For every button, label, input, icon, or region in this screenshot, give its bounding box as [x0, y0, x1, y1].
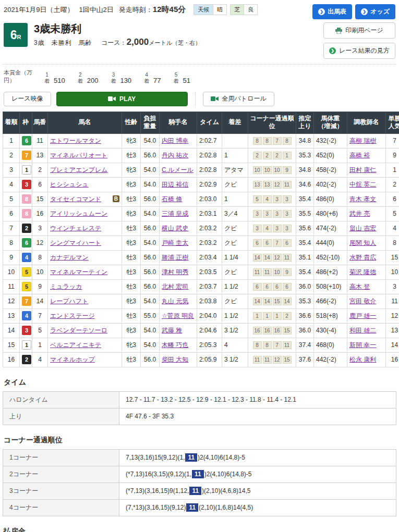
jockey-link[interactable]: 内田 博幸: [162, 137, 188, 144]
horse-link[interactable]: レープハフト: [50, 298, 88, 305]
trainer-link[interactable]: 高柳 瑞樹: [349, 137, 376, 144]
horse-link[interactable]: ラベンダーテソーロ: [50, 327, 107, 334]
margin-cell: [222, 133, 248, 148]
jockey-link[interactable]: 丹内 祐次: [162, 152, 188, 159]
trainer-link[interactable]: 青木 孝文: [349, 195, 376, 203]
result-row: 1611エトワールマタン牝354.0内田 博幸2:02.7887834.8432…: [3, 133, 399, 148]
trainer-cell: 高木 登: [347, 279, 386, 294]
result-row: 1435ラベンダーテソーロ牝354.0武藤 雅2:04.63 1/2161616…: [3, 323, 399, 338]
trainer-link[interactable]: 鹿戸 雄一: [349, 312, 376, 319]
horse-link[interactable]: タイセイコマンド: [50, 195, 101, 203]
trainer-link[interactable]: 高木 登: [349, 283, 370, 290]
play-button[interactable]: PLAY: [56, 92, 188, 106]
horse-link[interactable]: マイネルマーティン: [50, 268, 107, 276]
trainer-link[interactable]: 高橋 裕: [349, 152, 370, 159]
body-weight-cell: 402(-2): [314, 177, 347, 192]
horse-link[interactable]: プレミアエンブレム: [50, 166, 108, 174]
print-page-button[interactable]: 印刷用ページ: [323, 22, 395, 39]
trainer-link[interactable]: 中舘 英二: [349, 181, 376, 188]
jockey-link[interactable]: 横山 武史: [162, 225, 188, 232]
horse-link[interactable]: ミュラッカ: [50, 283, 82, 290]
jockey-link[interactable]: 田辺 裕信: [162, 181, 188, 188]
horse-link[interactable]: マイネルホップ: [50, 356, 95, 363]
corner-position-box: 15: [273, 298, 282, 305]
jockey-link[interactable]: 木幡 巧也: [162, 341, 188, 349]
result-guide-button[interactable]: ❯ レース結果の見方: [323, 43, 395, 59]
waku-badge: 2: [22, 355, 31, 364]
prize-place: 4着: [144, 72, 149, 84]
waku-cell: 7: [20, 294, 32, 308]
horse-link[interactable]: カナデルマン: [50, 254, 89, 261]
trainer-link[interactable]: 和田 雄二: [349, 327, 376, 334]
waku-badge: 6: [22, 238, 31, 248]
result-row: 1159ミュラッカ牡356.0北村 宏司2:03.71 1/2666636.05…: [3, 279, 399, 294]
last3f-cell: 37.4: [296, 338, 314, 352]
trainer-link[interactable]: 菊沢 隆徳: [349, 268, 376, 276]
trainer-link[interactable]: 武井 亮: [349, 210, 370, 217]
horse-link[interactable]: ヒシシュシュ: [50, 181, 89, 188]
horse-name-cell: アイリッシュムーン: [48, 206, 122, 221]
jockey-link[interactable]: 津村 明秀: [162, 268, 188, 276]
trainer-link[interactable]: 水野 貴広: [349, 254, 376, 261]
horse-link[interactable]: シングマイハート: [50, 239, 101, 246]
jockey-link[interactable]: 北村 宏司: [162, 283, 188, 290]
trainer-link[interactable]: 田村 康仁: [349, 166, 376, 174]
patrol-label: 全周パトロール: [222, 94, 267, 103]
waku-cell: 8: [20, 192, 32, 206]
horse-link[interactable]: マイネルパリオート: [50, 152, 107, 159]
jockey-link[interactable]: 武藤 雅: [162, 327, 182, 334]
corner-order-text: )2(4,10)6(14,8)-5: [198, 454, 245, 461]
time-cell: 2:03.1: [197, 206, 222, 221]
jockey-link[interactable]: 戸崎 圭太: [162, 239, 188, 246]
jockey-link[interactable]: ☆菅原 明良: [162, 312, 194, 319]
trainer-link[interactable]: 松永 康利: [349, 356, 376, 363]
corner-row-1: 1コーナー 7,13(3,16)15(9,12)(1,11)2(4,10)6(1…: [3, 449, 396, 466]
jockey-link[interactable]: 柴田 大知: [162, 356, 188, 363]
body-weight-cell: 480(+6): [314, 206, 347, 221]
results-body: 1611エトワールマタン牝354.0内田 博幸2:02.7887834.8432…: [3, 133, 399, 367]
corner-positions-cell: 1112: [248, 308, 296, 323]
start-time-value: 12時45分: [153, 5, 186, 14]
jockey-link[interactable]: 丸山 元気: [162, 298, 188, 305]
corner-label: 2コーナー: [3, 466, 119, 482]
trainer-link[interactable]: 新開 幸一: [349, 341, 376, 349]
prize-place: 1着: [44, 72, 50, 84]
horse-link[interactable]: ウインチェレステ: [50, 225, 101, 232]
corner-position-box: 13: [263, 181, 272, 189]
body-weight-cell: 444(0): [314, 236, 347, 250]
horse-number-cell: 4: [32, 352, 48, 367]
horse-link[interactable]: エンドステージ: [50, 312, 95, 319]
body-weight-cell: 432(-2): [314, 133, 347, 148]
horse-link[interactable]: ベルニアイニキテ: [50, 341, 101, 349]
trainer-cell: 畠山 吉宏: [347, 221, 386, 236]
horse-link[interactable]: エトワールマタン: [50, 137, 101, 144]
entry-table-button[interactable]: ❯出馬表: [312, 4, 352, 19]
trainer-link[interactable]: 尾関 知人: [349, 239, 376, 246]
weight-cell: 54.0: [141, 323, 160, 338]
trainer-cell: 新開 幸一: [347, 338, 386, 352]
trainer-link[interactable]: 畠山 吉宏: [349, 225, 376, 232]
jockey-link[interactable]: 石橋 脩: [162, 195, 182, 203]
corner-positions-cell: 2221: [248, 148, 296, 163]
last3f-cell: 35.5: [296, 206, 314, 221]
odds-button[interactable]: ❯オッズ: [355, 4, 395, 19]
last3f-cell: 36.0: [296, 279, 314, 294]
jockey-link[interactable]: C.ルメール: [162, 166, 194, 174]
patrol-video-button[interactable]: 全周パトロール: [203, 92, 274, 106]
corner-positions-cell: 5433: [248, 192, 296, 206]
horse-name-cell: マイネルパリオート: [48, 148, 122, 163]
jockey-link[interactable]: 勝浦 正樹: [162, 254, 188, 261]
horse-link[interactable]: アイリッシュムーン: [50, 210, 107, 217]
place-cell: 13: [3, 308, 20, 323]
results-header-cell: 単勝人気: [386, 112, 399, 133]
jockey-cell: 田辺 裕信: [160, 177, 197, 192]
weight-cell: 54.0: [141, 133, 160, 148]
prize-item: 1着510: [44, 72, 65, 84]
corner-position-box: 11: [253, 356, 262, 364]
corner-position-box: 9: [283, 268, 292, 276]
jockey-cell: 丸山 元気: [160, 294, 197, 308]
trainer-link[interactable]: 宮田 敬介: [349, 298, 376, 305]
race-video-button[interactable]: レース映像: [4, 92, 51, 106]
last3f-cell: 35.1: [296, 250, 314, 265]
jockey-link[interactable]: 三浦 皇成: [162, 210, 188, 217]
